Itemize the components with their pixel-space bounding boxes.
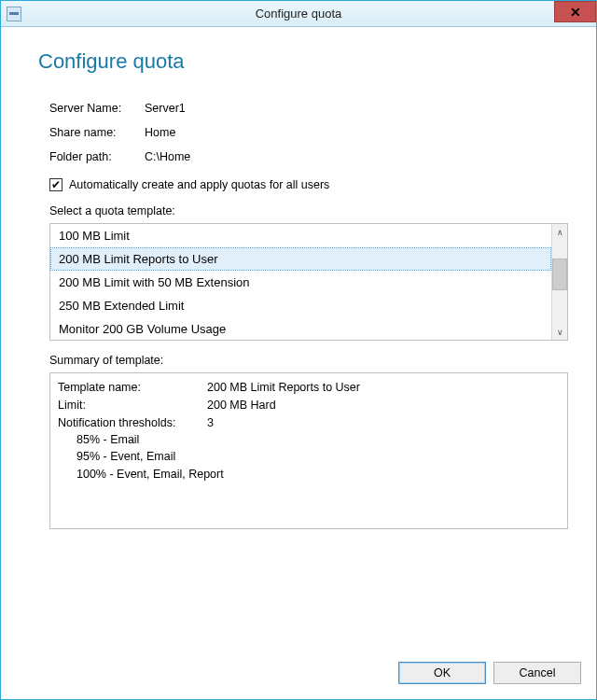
threshold-line: 85% - Email [58,431,560,448]
scroll-up-button[interactable]: ∧ [552,224,567,240]
template-select-label: Select a quota template: [49,204,570,217]
dialog-button-bar: OK Cancel [1,652,596,699]
summary-template-name-value: 200 MB Limit Reports to User [207,379,360,397]
server-name-label: Server Name: [49,102,145,115]
template-listbox[interactable]: 100 MB Limit 200 MB Limit Reports to Use… [49,223,568,341]
info-row-folder: Folder path: C:\Home [49,150,570,163]
share-name-label: Share name: [49,126,145,139]
folder-path-label: Folder path: [49,150,145,163]
ok-button[interactable]: OK [398,662,486,684]
dialog-window: Configure quota ✕ Configure quota Server… [0,0,597,700]
cancel-button[interactable]: Cancel [493,662,581,684]
threshold-line: 95% - Event, Email [58,448,560,465]
template-listbox-items: 100 MB Limit 200 MB Limit Reports to Use… [50,224,551,340]
summary-box: Template name: 200 MB Limit Reports to U… [49,372,568,529]
auto-quota-checkbox-label: Automatically create and apply quotas fo… [69,178,329,191]
scroll-down-button[interactable]: ∨ [552,324,567,340]
share-name-value: Home [145,126,175,139]
window-title: Configure quota [1,7,596,21]
titlebar: Configure quota ✕ [1,1,596,27]
info-row-server: Server Name: Server1 [49,102,570,115]
scrollbar-thumb[interactable] [552,259,567,290]
list-item[interactable]: 200 MB Limit Reports to User [50,247,551,271]
summary-row-thresholds: Notification thresholds: 3 [58,414,560,432]
list-item[interactable]: 100 MB Limit [50,224,551,247]
summary-template-name-label: Template name: [58,379,207,397]
summary-row-template-name: Template name: 200 MB Limit Reports to U… [58,379,560,397]
list-item[interactable]: 200 MB Limit with 50 MB Extension [50,271,551,294]
auto-quota-checkbox-row: ✔ Automatically create and apply quotas … [49,178,570,191]
info-row-share: Share name: Home [49,126,570,139]
list-item[interactable]: Monitor 200 GB Volume Usage [50,317,551,340]
folder-path-value: C:\Home [145,150,190,163]
page-title: Configure quota [38,49,570,74]
chevron-down-icon: ∨ [557,328,563,337]
summary-thresholds-count: 3 [207,414,214,432]
summary-limit-label: Limit: [58,397,207,414]
summary-row-limit: Limit: 200 MB Hard [58,397,560,414]
chevron-up-icon: ∧ [557,228,563,237]
summary-label: Summary of template: [49,354,570,367]
listbox-scrollbar[interactable]: ∧ ∨ [551,224,567,340]
list-item[interactable]: 250 MB Extended Limit [50,294,551,317]
auto-quota-checkbox[interactable]: ✔ [49,178,62,191]
summary-thresholds-label: Notification thresholds: [58,414,207,432]
server-name-value: Server1 [145,102,186,115]
content-area: Configure quota Server Name: Server1 Sha… [1,27,596,652]
threshold-line: 100% - Event, Email, Report [58,466,560,483]
info-section: Server Name: Server1 Share name: Home Fo… [49,102,570,163]
summary-limit-value: 200 MB Hard [207,397,276,414]
scrollbar-track[interactable] [552,240,567,324]
